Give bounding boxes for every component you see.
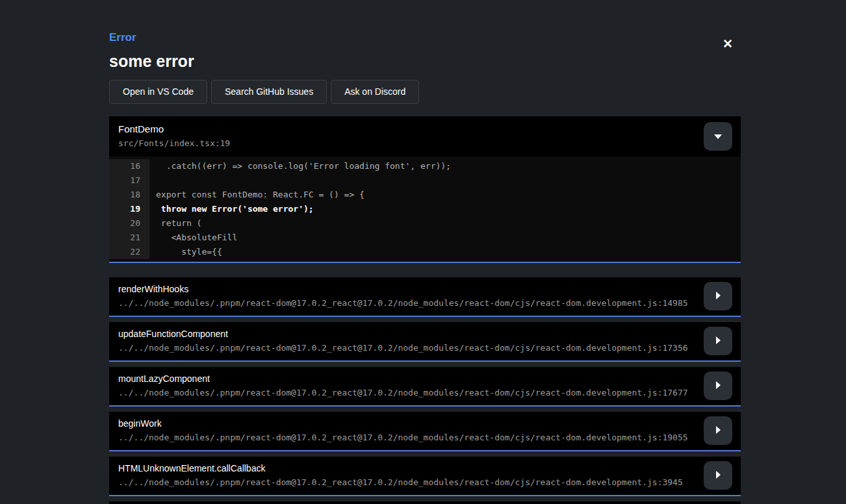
line-source: style={{ xyxy=(149,245,741,259)
frame-title: mountLazyComponent xyxy=(118,373,702,384)
line-number: 19 xyxy=(109,202,149,216)
code-line: 20 return ( xyxy=(109,216,741,231)
frame-title: beginWork xyxy=(118,418,702,429)
expand-frame-button[interactable] xyxy=(704,372,732,400)
line-source: export const FontDemo: React.FC = () => … xyxy=(149,188,741,202)
expand-frame-button[interactable] xyxy=(704,461,732,490)
caret-right-icon xyxy=(715,291,721,302)
caret-down-icon xyxy=(713,132,723,142)
frame-title: FontDemo xyxy=(118,123,732,135)
action-buttons-row: Open in VS Code Search GitHub Issues Ask… xyxy=(109,80,741,104)
error-title: some error xyxy=(109,52,741,70)
line-number: 21 xyxy=(109,231,149,245)
frame-source: ../../node_modules/.pnpm/react-dom@17.0.… xyxy=(118,343,702,353)
code-line-highlighted: 19 throw new Error('some error'); xyxy=(109,202,741,216)
expand-frame-button[interactable] xyxy=(704,327,732,355)
line-number: 18 xyxy=(109,188,149,202)
stack-frame-header: FontDemo src/Fonts/index.tsx:19 xyxy=(109,116,741,157)
frame-source: ../../node_modules/.pnpm/react-dom@17.0.… xyxy=(118,298,702,309)
stack-frame-partial xyxy=(109,501,741,504)
frame-title: HTMLUnknownElement.callCallback xyxy=(118,463,702,474)
frame-source: ../../node_modules/.pnpm/react-dom@17.0.… xyxy=(118,433,702,443)
code-snippet: 16 .catch((err) => console.log('Error lo… xyxy=(109,157,741,262)
stack-frame-updatefunctioncomponent: updateFunctionComponent ../../node_modul… xyxy=(109,322,741,362)
line-source: throw new Error('some error'); xyxy=(149,202,741,216)
line-number: 16 xyxy=(109,159,149,173)
caret-right-icon xyxy=(715,381,721,392)
search-github-issues-button[interactable]: Search GitHub Issues xyxy=(211,80,327,104)
frame-source: ../../node_modules/.pnpm/react-dom@17.0.… xyxy=(118,477,702,488)
line-source: <AbsoluteFill xyxy=(149,231,741,245)
expand-frame-button[interactable] xyxy=(704,282,732,310)
stack-frame-mountlazycomponent: mountLazyComponent ../../node_modules/.p… xyxy=(109,367,741,407)
error-kicker: Error xyxy=(109,31,741,44)
code-line: 22 style={{ xyxy=(109,245,741,259)
stack-frame-beginwork: beginWork ../../node_modules/.pnpm/react… xyxy=(109,412,741,451)
collapsed-frames-list: renderWithHooks ../../node_modules/.pnpm… xyxy=(109,277,741,504)
line-source xyxy=(149,173,741,188)
frame-source: src/Fonts/index.tsx:19 xyxy=(118,138,732,149)
line-number: 17 xyxy=(109,173,149,188)
code-line: 17 xyxy=(109,173,741,188)
line-source: return ( xyxy=(149,216,741,231)
frame-source: ../../node_modules/.pnpm/react-dom@17.0.… xyxy=(118,388,702,398)
code-line: 18export const FontDemo: React.FC = () =… xyxy=(109,188,741,202)
line-number: 20 xyxy=(109,216,149,231)
caret-right-icon xyxy=(715,425,721,436)
caret-right-icon xyxy=(715,336,721,347)
frame-title: updateFunctionComponent xyxy=(118,329,702,340)
frame-title: renderWithHooks xyxy=(118,284,702,295)
stack-frame-renderwithhooks: renderWithHooks ../../node_modules/.pnpm… xyxy=(109,277,741,317)
error-overlay: Error some error Open in VS Code Search … xyxy=(109,0,741,504)
code-line: 16 .catch((err) => console.log('Error lo… xyxy=(109,159,741,173)
line-source: .catch((err) => console.log('Error loadi… xyxy=(149,159,741,173)
caret-right-icon xyxy=(715,470,721,481)
collapse-frame-button[interactable] xyxy=(704,122,732,151)
line-number: 22 xyxy=(109,245,149,259)
code-line: 21 <AbsoluteFill xyxy=(109,231,741,245)
expand-frame-button[interactable] xyxy=(704,416,732,445)
stack-frame-callcallback: HTMLUnknownElement.callCallback ../../no… xyxy=(109,457,741,496)
ask-on-discord-button[interactable]: Ask on Discord xyxy=(331,80,419,104)
close-icon[interactable]: ✕ xyxy=(723,38,733,50)
open-in-vscode-button[interactable]: Open in VS Code xyxy=(109,80,207,104)
stack-trace: FontDemo src/Fonts/index.tsx:19 16 .catc… xyxy=(109,116,741,504)
stack-frame-expanded: FontDemo src/Fonts/index.tsx:19 16 .catc… xyxy=(109,116,741,263)
